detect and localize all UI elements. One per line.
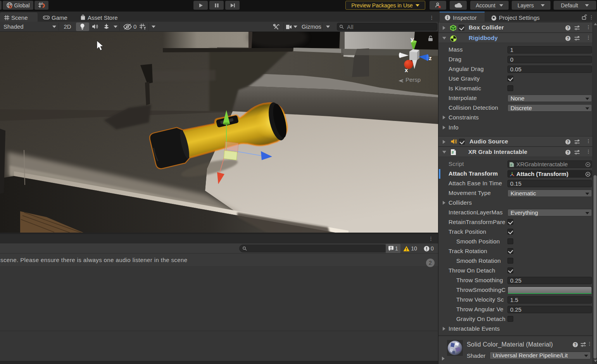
svg-text:?: ? <box>567 150 569 155</box>
svg-text:y: y <box>411 36 414 42</box>
svg-text:x: x <box>405 67 408 73</box>
svg-text:?: ? <box>567 36 569 41</box>
svg-text:?: ? <box>567 140 569 144</box>
svg-text:Persp: Persp <box>405 76 421 83</box>
svg-text:?: ? <box>567 26 569 30</box>
svg-text:#: # <box>452 150 454 155</box>
svg-text:?: ? <box>574 343 576 347</box>
svg-text:z: z <box>429 55 432 61</box>
svg-text:#: # <box>511 163 512 167</box>
